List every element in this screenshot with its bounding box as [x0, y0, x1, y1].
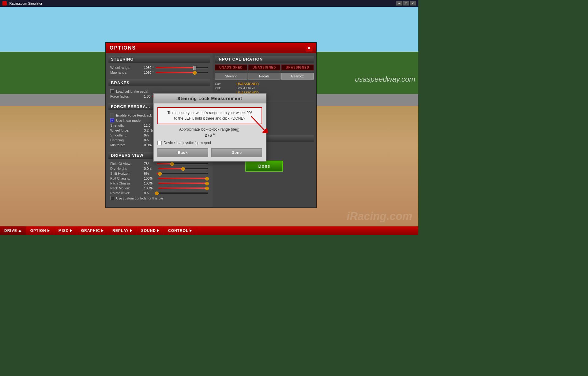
- popup-instruction-box: To measure your wheel's range, turn your…: [157, 107, 262, 124]
- popup-back-button[interactable]: Back: [157, 148, 208, 157]
- popup-range-label: Approximate lock-to-lock range (deg):: [157, 127, 262, 132]
- popup-title: Steering Lock Measurement: [177, 96, 242, 101]
- popup-buttons: Back Done: [157, 148, 262, 157]
- popup-range-value: 276 °: [157, 133, 262, 138]
- popup-instruction-text: To measure your wheel's range, turn your…: [168, 111, 252, 121]
- popup-overlay: Steering Lock Measurement To measure you…: [0, 0, 418, 235]
- popup-header: Steering Lock Measurement: [154, 94, 266, 103]
- popup-body: To measure your wheel's range, turn your…: [154, 103, 266, 161]
- popup-joystick-row: Device is a joystick/gamepad: [157, 141, 262, 145]
- popup-done-button[interactable]: Done: [211, 148, 262, 157]
- popup-joystick-checkbox[interactable]: [157, 141, 162, 145]
- popup-joystick-label: Device is a joystick/gamepad: [164, 141, 211, 145]
- steering-lock-dialog: Steering Lock Measurement To measure you…: [153, 93, 266, 162]
